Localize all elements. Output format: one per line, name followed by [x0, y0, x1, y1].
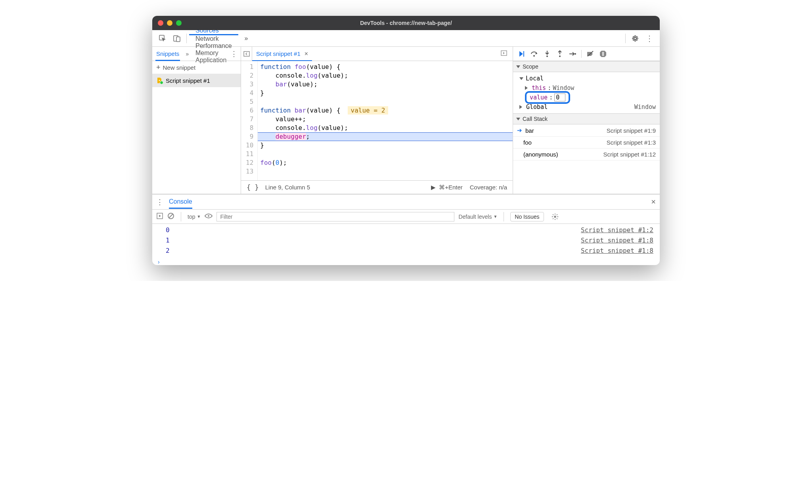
scope-global[interactable]: GlobalWindow: [517, 102, 660, 112]
coverage-status: Coverage: n/a: [470, 184, 507, 191]
device-toggle-icon[interactable]: [171, 33, 182, 44]
code-line: value++;: [258, 115, 513, 124]
top-tab-bar: ElementsConsoleSourcesNetworkPerformance…: [152, 30, 660, 47]
editor-tabs: Script snippet #1 ×: [241, 47, 513, 61]
live-expression-icon[interactable]: [205, 213, 213, 220]
pretty-print-icon[interactable]: { }: [247, 183, 259, 191]
sidebar-more-tabs[interactable]: »: [186, 51, 189, 57]
svg-point-17: [554, 216, 556, 218]
svg-point-6: [533, 55, 535, 57]
code-area[interactable]: 12345678910111213 function foo(value) { …: [241, 61, 513, 180]
settings-gear-icon[interactable]: [630, 33, 641, 44]
console-source-link[interactable]: Script snippet #1:8: [581, 247, 653, 254]
kebab-menu-icon[interactable]: ⋮: [644, 33, 655, 44]
cursor-position: Line 9, Column 5: [265, 184, 310, 191]
sources-panel: Snippets » ⋮ + New snippet Script snippe…: [152, 47, 660, 194]
stack-frame[interactable]: ➔barScript snippet #1:9: [513, 124, 660, 137]
callstack-header[interactable]: Call Stack: [513, 113, 660, 124]
filter-input[interactable]: [216, 212, 454, 221]
code-line: console.log(value);: [258, 124, 513, 132]
stack-frame[interactable]: (anonymous)Script snippet #1:12: [513, 149, 660, 160]
svg-rect-3: [244, 52, 249, 56]
console-prompt[interactable]: ›: [152, 259, 660, 265]
scope-header[interactable]: Scope: [513, 61, 660, 72]
plus-icon: +: [156, 63, 161, 72]
step-icon[interactable]: [567, 48, 578, 59]
run-hint: ⌘+Enter: [439, 184, 463, 191]
context-selector[interactable]: top ▼: [188, 214, 201, 220]
console-row: 2Script snippet #1:8: [152, 245, 660, 256]
code-editor: Script snippet #1 × 12345678910111213 fu…: [241, 47, 513, 194]
sidebar-menu-icon[interactable]: ⋮: [230, 50, 237, 58]
debugger-sidebar: Scope Local this: Window value: GlobalWi…: [513, 47, 660, 194]
scope-value-highlighted[interactable]: value:: [517, 93, 660, 102]
resume-icon[interactable]: [516, 48, 527, 59]
console-toolbar: top ▼ Default levels ▼ No Issues: [152, 210, 660, 224]
snippet-name: Script snippet #1: [166, 77, 210, 84]
inline-value: value = 2: [348, 106, 389, 115]
console-source-link[interactable]: Script snippet #1:2: [581, 226, 653, 234]
scope-value-edit[interactable]: [554, 94, 565, 101]
console-row: 0Script snippet #1:2: [152, 225, 660, 235]
pause-exceptions-icon[interactable]: [598, 48, 609, 59]
drawer-tabs: ⋮ Console ×: [152, 195, 660, 210]
issues-button[interactable]: No Issues: [510, 212, 544, 221]
scope-body: Local this: Window value: GlobalWindow: [513, 72, 660, 113]
window-title: DevTools - chrome://new-tab-page/: [152, 20, 660, 26]
svg-rect-11: [602, 52, 603, 56]
callstack-body: ➔barScript snippet #1:9fooScript snippet…: [513, 124, 660, 160]
drawer-tab-console[interactable]: Console: [169, 198, 192, 209]
svg-rect-2: [176, 37, 180, 42]
console-settings-gear-icon[interactable]: [550, 211, 561, 222]
inspect-element-icon[interactable]: [157, 33, 168, 44]
code-line: [258, 167, 513, 176]
step-over-icon[interactable]: [529, 48, 540, 59]
drawer-menu-icon[interactable]: ⋮: [156, 198, 163, 206]
code-line: function foo(value) {: [258, 63, 513, 71]
close-tab-icon[interactable]: ×: [304, 50, 308, 57]
more-tabs[interactable]: »: [238, 30, 255, 46]
editor-tab[interactable]: Script snippet #1 ×: [252, 48, 312, 61]
code-lines: function foo(value) { console.log(value)…: [258, 61, 513, 180]
svg-point-9: [575, 53, 576, 55]
code-line: function bar(value) {value = 2: [258, 106, 513, 115]
editor-tab-name: Script snippet #1: [256, 50, 301, 57]
deactivate-breakpoints-icon[interactable]: [585, 48, 596, 59]
line-gutter: 12345678910111213: [241, 61, 258, 180]
scope-local[interactable]: Local: [517, 74, 660, 83]
clear-console-icon[interactable]: [167, 212, 174, 221]
sidebar-tab-snippets[interactable]: Snippets: [155, 50, 180, 61]
svg-point-8: [559, 55, 561, 57]
step-into-icon[interactable]: [542, 48, 553, 59]
collapse-navigator-icon[interactable]: [241, 47, 252, 61]
new-snippet-button[interactable]: + New snippet: [152, 61, 241, 74]
divider: [625, 34, 626, 43]
stack-frame[interactable]: fooScript snippet #1:3: [513, 137, 660, 149]
editor-status-bar: { } Line 9, Column 5 ▶ ⌘+Enter Coverage:…: [241, 180, 513, 194]
code-line: }: [258, 141, 513, 150]
step-out-icon[interactable]: [554, 48, 565, 59]
divider: [186, 34, 187, 43]
console-drawer: ⋮ Console × top ▼ Default levels ▼ No Is…: [152, 194, 660, 265]
svg-rect-12: [603, 52, 604, 56]
code-line: foo(0);: [258, 158, 513, 167]
code-line: [258, 97, 513, 106]
debugger-toolbar: [513, 47, 660, 61]
svg-rect-5: [523, 51, 524, 57]
snippet-item[interactable]: Script snippet #1: [152, 74, 241, 87]
svg-point-7: [546, 55, 548, 57]
titlebar: DevTools - chrome://new-tab-page/: [152, 16, 660, 30]
code-line: [258, 150, 513, 158]
drawer-close-icon[interactable]: ×: [651, 197, 656, 206]
run-play-icon[interactable]: ▶: [431, 184, 436, 191]
collapse-debugger-icon[interactable]: [501, 50, 507, 57]
log-levels[interactable]: Default levels ▼: [458, 214, 497, 220]
tab-network[interactable]: Network: [189, 35, 238, 42]
console-source-link[interactable]: Script snippet #1:8: [581, 237, 653, 244]
console-play-icon[interactable]: [156, 212, 163, 221]
new-snippet-label: New snippet: [163, 64, 196, 71]
svg-point-16: [208, 215, 209, 217]
code-line: }: [258, 89, 513, 97]
svg-line-15: [169, 214, 173, 218]
code-line: bar(value);: [258, 80, 513, 89]
